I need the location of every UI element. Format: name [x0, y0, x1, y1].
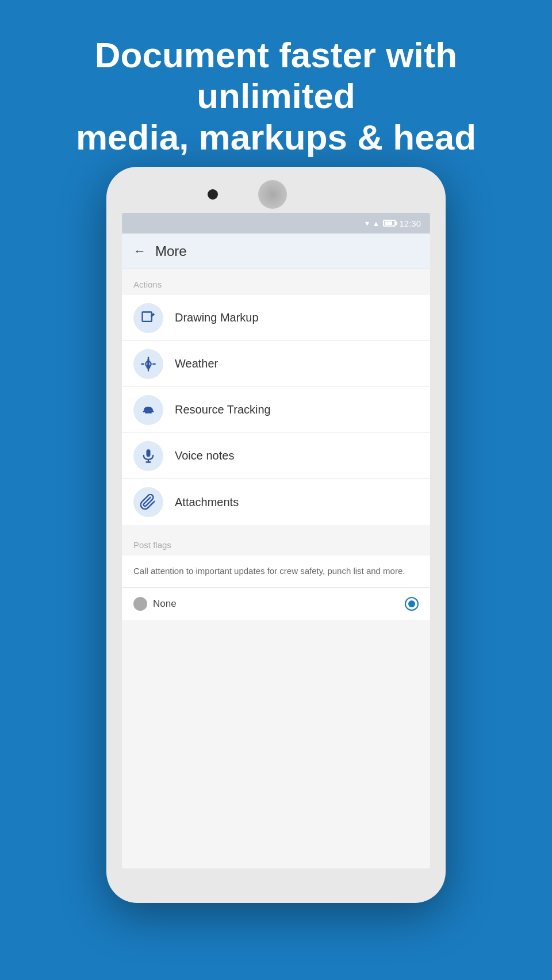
selected-option[interactable]	[405, 597, 419, 611]
drawing-markup-label: Drawing Markup	[175, 311, 259, 324]
actions-section-header: Actions	[122, 269, 430, 295]
list-item-drawing-markup[interactable]: Drawing Markup	[122, 295, 430, 341]
attachments-icon-circle	[133, 487, 163, 517]
resource-tracking-label: Resource Tracking	[175, 403, 271, 416]
post-flags-description: Call attention to important updates for …	[122, 556, 430, 588]
speaker-grille	[258, 180, 287, 209]
paperclip-icon	[140, 494, 156, 510]
selected-radio[interactable]	[405, 597, 419, 611]
battery-icon	[383, 220, 396, 227]
app-bar: ← More	[122, 233, 430, 269]
post-flags-header: Post flags	[122, 530, 430, 556]
svg-rect-11	[147, 449, 151, 457]
drawing-markup-icon-circle	[133, 303, 163, 333]
voice-notes-label: Voice notes	[175, 449, 234, 462]
svg-rect-9	[143, 411, 154, 412]
voice-notes-icon-circle	[133, 441, 163, 471]
none-label: None	[153, 598, 177, 610]
status-icons: ▾ ▲ 12:30	[365, 219, 421, 228]
list-item-voice-notes[interactable]: Voice notes	[122, 433, 430, 479]
screen-content[interactable]: Actions Drawing Markup	[122, 269, 430, 868]
phone-screen: ▾ ▲ 12:30 ← More Actions	[122, 213, 430, 868]
headline-line1: Document faster with unlimited	[95, 35, 457, 116]
drawing-markup-icon	[140, 310, 156, 326]
phone-shell: ▾ ▲ 12:30 ← More Actions	[106, 167, 446, 903]
attachments-label: Attachments	[175, 496, 239, 509]
none-option[interactable]: None	[133, 597, 177, 611]
camera-dot	[208, 189, 218, 200]
post-flags-section: Post flags Call attention to important u…	[122, 530, 430, 625]
status-bar: ▾ ▲ 12:30	[122, 213, 430, 233]
list-item-weather[interactable]: Weather	[122, 341, 430, 387]
actions-list: Drawing Markup	[122, 295, 430, 525]
svg-rect-0	[143, 312, 152, 321]
status-time: 12:30	[399, 219, 421, 228]
list-item-resource-tracking[interactable]: Resource Tracking	[122, 387, 430, 433]
microphone-icon	[140, 448, 156, 464]
flags-options: None	[122, 588, 430, 620]
resource-tracking-icon-circle	[133, 395, 163, 425]
weather-icon-circle	[133, 349, 163, 379]
weather-icon	[140, 356, 156, 372]
weather-label: Weather	[175, 357, 218, 370]
svg-point-8	[147, 365, 151, 369]
app-bar-title: More	[155, 243, 187, 259]
resource-tracking-icon	[140, 402, 156, 418]
back-button[interactable]: ←	[133, 244, 146, 259]
list-item-attachments[interactable]: Attachments	[122, 479, 430, 525]
wifi-icon: ▾	[365, 219, 369, 228]
phone-top-bar	[106, 167, 446, 213]
none-radio[interactable]	[133, 597, 147, 611]
svg-rect-10	[145, 412, 152, 414]
signal-icon: ▲	[373, 219, 380, 228]
